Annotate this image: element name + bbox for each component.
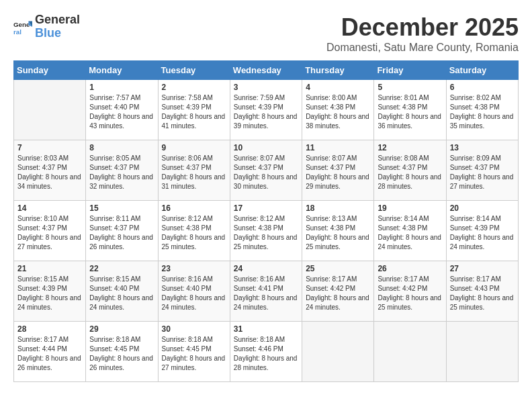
day-info: Sunrise: 7:57 AMSunset: 4:40 PMDaylight:… [89, 93, 154, 131]
week-row-1: 1Sunrise: 7:57 AMSunset: 4:40 PMDaylight… [14, 80, 519, 140]
day-info: Sunrise: 8:17 AMSunset: 4:44 PMDaylight:… [17, 335, 82, 373]
day-header-monday: Monday [86, 61, 158, 80]
day-info: Sunrise: 8:16 AMSunset: 4:41 PMDaylight:… [234, 275, 298, 312]
day-info: Sunrise: 8:18 AMSunset: 4:45 PMDaylight:… [162, 335, 226, 373]
day-info: Sunrise: 7:58 AMSunset: 4:39 PMDaylight:… [162, 93, 226, 131]
day-header-friday: Friday [374, 61, 446, 80]
calendar-cell: 11Sunrise: 8:07 AMSunset: 4:37 PMDayligh… [302, 140, 374, 201]
calendar-cell: 18Sunrise: 8:13 AMSunset: 4:38 PMDayligh… [302, 201, 374, 261]
day-info: Sunrise: 8:18 AMSunset: 4:45 PMDaylight:… [89, 335, 154, 373]
day-number: 10 [234, 143, 298, 152]
logo: Gene ral General Blue [13, 13, 80, 40]
day-number: 20 [450, 203, 515, 213]
day-number: 5 [378, 83, 442, 92]
day-info: Sunrise: 8:17 AMSunset: 4:43 PMDaylight:… [450, 275, 515, 312]
day-info: Sunrise: 8:00 AMSunset: 4:38 PMDaylight:… [306, 93, 370, 131]
day-header-wednesday: Wednesday [230, 61, 302, 80]
day-info: Sunrise: 8:10 AMSunset: 4:37 PMDaylight:… [17, 214, 82, 252]
day-header-tuesday: Tuesday [158, 61, 230, 80]
day-number: 31 [234, 324, 298, 334]
calendar-cell: 5Sunrise: 8:01 AMSunset: 4:38 PMDaylight… [374, 80, 446, 140]
calendar-cell: 7Sunrise: 8:03 AMSunset: 4:37 PMDaylight… [14, 140, 86, 201]
day-number: 25 [306, 264, 370, 273]
day-info: Sunrise: 8:05 AMSunset: 4:37 PMDaylight:… [89, 154, 154, 191]
day-number: 19 [378, 203, 442, 213]
calendar-table: SundayMondayTuesdayWednesdayThursdayFrid… [13, 60, 519, 382]
calendar-cell: 12Sunrise: 8:08 AMSunset: 4:37 PMDayligh… [374, 140, 446, 201]
calendar-cell: 23Sunrise: 8:16 AMSunset: 4:40 PMDayligh… [158, 261, 230, 322]
day-info: Sunrise: 8:12 AMSunset: 4:38 PMDaylight:… [234, 214, 298, 252]
day-number: 22 [89, 264, 154, 273]
day-info: Sunrise: 8:13 AMSunset: 4:38 PMDaylight:… [306, 214, 370, 252]
calendar-cell: 25Sunrise: 8:17 AMSunset: 4:42 PMDayligh… [302, 261, 374, 322]
day-number: 11 [306, 143, 370, 152]
calendar-cell: 24Sunrise: 8:16 AMSunset: 4:41 PMDayligh… [230, 261, 302, 322]
week-row-4: 21Sunrise: 8:15 AMSunset: 4:39 PMDayligh… [14, 261, 519, 322]
calendar-cell: 1Sunrise: 7:57 AMSunset: 4:40 PMDaylight… [86, 80, 158, 140]
day-info: Sunrise: 8:01 AMSunset: 4:38 PMDaylight:… [378, 93, 442, 131]
day-number: 18 [306, 203, 370, 213]
calendar-cell: 4Sunrise: 8:00 AMSunset: 4:38 PMDaylight… [302, 80, 374, 140]
calendar-cell: 16Sunrise: 8:12 AMSunset: 4:38 PMDayligh… [158, 201, 230, 261]
day-number: 14 [17, 203, 82, 213]
day-number: 15 [89, 203, 154, 213]
calendar-cell: 3Sunrise: 7:59 AMSunset: 4:39 PMDaylight… [230, 80, 302, 140]
day-info: Sunrise: 8:06 AMSunset: 4:37 PMDaylight:… [162, 154, 226, 191]
day-header-thursday: Thursday [302, 61, 374, 80]
calendar-body: 1Sunrise: 7:57 AMSunset: 4:40 PMDaylight… [14, 80, 519, 382]
calendar-cell: 22Sunrise: 8:15 AMSunset: 4:40 PMDayligh… [86, 261, 158, 322]
day-info: Sunrise: 8:14 AMSunset: 4:39 PMDaylight:… [450, 214, 515, 252]
calendar-cell: 14Sunrise: 8:10 AMSunset: 4:37 PMDayligh… [14, 201, 86, 261]
day-number: 13 [450, 143, 515, 152]
day-number: 16 [162, 203, 226, 213]
header: Gene ral General Blue December 2025 Doma… [13, 13, 519, 54]
calendar-cell [302, 322, 374, 382]
day-info: Sunrise: 8:15 AMSunset: 4:39 PMDaylight:… [17, 275, 82, 312]
calendar-cell: 9Sunrise: 8:06 AMSunset: 4:37 PMDaylight… [158, 140, 230, 201]
day-number: 26 [378, 264, 442, 273]
day-info: Sunrise: 8:07 AMSunset: 4:37 PMDaylight:… [234, 154, 298, 191]
day-number: 27 [450, 264, 515, 273]
calendar-cell: 30Sunrise: 8:18 AMSunset: 4:45 PMDayligh… [158, 322, 230, 382]
calendar-cell: 19Sunrise: 8:14 AMSunset: 4:38 PMDayligh… [374, 201, 446, 261]
calendar-cell: 27Sunrise: 8:17 AMSunset: 4:43 PMDayligh… [446, 261, 518, 322]
title-area: December 2025 Domanesti, Satu Mare Count… [326, 13, 519, 54]
day-number: 6 [450, 83, 515, 92]
day-number: 7 [17, 143, 82, 152]
calendar-cell: 29Sunrise: 8:18 AMSunset: 4:45 PMDayligh… [86, 322, 158, 382]
logo-blue-text: Blue [35, 26, 61, 40]
day-number: 29 [89, 324, 154, 334]
day-info: Sunrise: 8:02 AMSunset: 4:38 PMDaylight:… [450, 93, 515, 131]
calendar-cell: 6Sunrise: 8:02 AMSunset: 4:38 PMDaylight… [446, 80, 518, 140]
calendar-cell: 15Sunrise: 8:11 AMSunset: 4:37 PMDayligh… [86, 201, 158, 261]
day-number: 3 [234, 83, 298, 92]
calendar-cell: 31Sunrise: 8:18 AMSunset: 4:46 PMDayligh… [230, 322, 302, 382]
day-header-sunday: Sunday [14, 61, 86, 80]
day-number: 1 [89, 83, 154, 92]
days-header-row: SundayMondayTuesdayWednesdayThursdayFrid… [14, 61, 519, 80]
day-info: Sunrise: 8:18 AMSunset: 4:46 PMDaylight:… [234, 335, 298, 373]
calendar-cell: 17Sunrise: 8:12 AMSunset: 4:38 PMDayligh… [230, 201, 302, 261]
day-info: Sunrise: 8:15 AMSunset: 4:40 PMDaylight:… [89, 275, 154, 312]
calendar-cell [446, 322, 518, 382]
week-row-5: 28Sunrise: 8:17 AMSunset: 4:44 PMDayligh… [14, 322, 519, 382]
calendar-cell: 8Sunrise: 8:05 AMSunset: 4:37 PMDaylight… [86, 140, 158, 201]
calendar-cell: 26Sunrise: 8:17 AMSunset: 4:42 PMDayligh… [374, 261, 446, 322]
day-info: Sunrise: 8:16 AMSunset: 4:40 PMDaylight:… [162, 275, 226, 312]
day-info: Sunrise: 7:59 AMSunset: 4:39 PMDaylight:… [234, 93, 298, 131]
day-info: Sunrise: 8:11 AMSunset: 4:37 PMDaylight:… [89, 214, 154, 252]
calendar-cell [374, 322, 446, 382]
calendar-cell: 28Sunrise: 8:17 AMSunset: 4:44 PMDayligh… [14, 322, 86, 382]
day-info: Sunrise: 8:17 AMSunset: 4:42 PMDaylight:… [378, 275, 442, 312]
day-info: Sunrise: 8:09 AMSunset: 4:37 PMDaylight:… [450, 154, 515, 191]
svg-text:ral: ral [13, 28, 21, 36]
logo-icon: Gene ral [13, 17, 32, 36]
location-title: Domanesti, Satu Mare County, Romania [326, 42, 519, 54]
day-header-saturday: Saturday [446, 61, 518, 80]
day-number: 9 [162, 143, 226, 152]
calendar-cell: 2Sunrise: 7:58 AMSunset: 4:39 PMDaylight… [158, 80, 230, 140]
week-row-3: 14Sunrise: 8:10 AMSunset: 4:37 PMDayligh… [14, 201, 519, 261]
day-number: 28 [17, 324, 82, 334]
svg-text:Gene: Gene [13, 21, 30, 28]
calendar-cell: 10Sunrise: 8:07 AMSunset: 4:37 PMDayligh… [230, 140, 302, 201]
